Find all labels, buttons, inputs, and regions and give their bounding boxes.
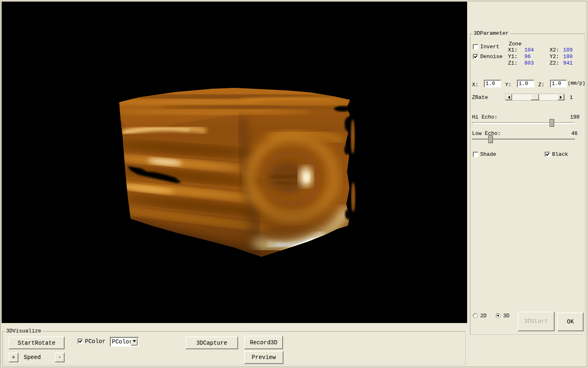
- speed-minus-button[interactable]: -: [55, 352, 65, 362]
- shade-label: Shade: [480, 151, 496, 157]
- capture-3d-button[interactable]: 3DCapture: [185, 337, 238, 349]
- zone-y1-value: 96: [524, 54, 531, 60]
- pcolor-checkbox[interactable]: [78, 339, 83, 344]
- zone-y2-value: 180: [563, 54, 572, 60]
- y-scale-input[interactable]: [517, 80, 534, 88]
- mode-2d-radio[interactable]: [473, 313, 478, 318]
- zrate-scroll-left-button[interactable]: [506, 94, 512, 100]
- black-checkbox[interactable]: [545, 152, 550, 157]
- zone-y2-label: Y2:: [550, 54, 559, 60]
- invert-checkbox[interactable]: [473, 44, 478, 49]
- hi-echo-thumb[interactable]: [550, 119, 554, 127]
- zone-x1-label: X1:: [508, 47, 517, 53]
- low-echo-track[interactable]: [472, 139, 575, 140]
- zone-z2-label: Z2:: [550, 60, 559, 66]
- zone-x1-value: 104: [524, 47, 534, 53]
- pcolor-dropdown[interactable]: PColor: [110, 337, 139, 347]
- speed-label: Speed: [24, 354, 41, 361]
- x-scale-label: X:: [472, 82, 479, 88]
- denoise-label: Denoise: [480, 54, 503, 60]
- invert-label: Invert: [480, 44, 499, 50]
- zrate-scroll-thumb[interactable]: [531, 94, 539, 100]
- zone-y1-label: Y1:: [508, 54, 517, 60]
- panel-3dparameter: 3DParameter Invert Denoise Zone X1: 104 …: [470, 34, 585, 335]
- scale-unit-label: (mm/p): [568, 81, 585, 86]
- scroll-right-icon: [560, 96, 564, 99]
- start-3d-button[interactable]: 3DStart: [518, 312, 555, 331]
- viewport-3d[interactable]: [2, 2, 467, 323]
- pcolor-dropdown-button[interactable]: [131, 338, 138, 346]
- zone-z1-label: Z1:: [508, 60, 517, 66]
- zone-x2-value: 189: [563, 47, 572, 53]
- zrate-scrollbar[interactable]: [505, 94, 565, 101]
- speed-plus-button[interactable]: +: [9, 352, 18, 362]
- mode-2d-label: 2D: [480, 313, 487, 319]
- record-3d-button[interactable]: Record3D: [244, 336, 283, 349]
- zone-z1-value: 803: [524, 60, 534, 66]
- mode-3d-radio[interactable]: [496, 313, 501, 318]
- panel-3dvisualize-title: 3DVisualize: [5, 328, 42, 334]
- zone-title: Zone: [509, 41, 521, 47]
- zrate-value: 1: [570, 94, 573, 101]
- denoise-checkbox[interactable]: [473, 54, 478, 59]
- ok-button[interactable]: OK: [557, 312, 584, 331]
- zone-x2-label: X2:: [550, 47, 559, 53]
- zone-z2-value: 941: [563, 60, 572, 66]
- hi-echo-track[interactable]: [472, 122, 575, 124]
- panel-3dparameter-title: 3DParameter: [472, 31, 510, 36]
- hi-echo-slider[interactable]: [472, 119, 575, 127]
- zrate-scroll-right-button[interactable]: [558, 94, 564, 100]
- start-rotate-button[interactable]: StartRotate: [9, 337, 65, 349]
- volume-render: [2, 2, 467, 323]
- dropdown-arrow-icon: [133, 340, 136, 344]
- pcolor-label: PColor: [85, 338, 105, 345]
- low-echo-slider[interactable]: [472, 135, 575, 144]
- y-scale-label: Y:: [505, 82, 512, 88]
- black-label: Black: [552, 151, 568, 157]
- panel-3dvisualize: 3DVisualize StartRotate PColor PColor 3D…: [2, 331, 466, 365]
- scroll-left-icon: [506, 96, 510, 99]
- pcolor-dropdown-value: PColor: [112, 339, 132, 345]
- zrate-label: ZRate: [472, 94, 488, 101]
- mode-3d-label: 3D: [503, 313, 510, 319]
- x-scale-input[interactable]: [484, 80, 501, 88]
- preview-button[interactable]: Preview: [244, 351, 283, 364]
- shade-checkbox[interactable]: [473, 152, 478, 157]
- z-scale-label: Z:: [538, 82, 545, 88]
- low-echo-thumb[interactable]: [488, 135, 493, 143]
- z-scale-input[interactable]: [550, 80, 567, 88]
